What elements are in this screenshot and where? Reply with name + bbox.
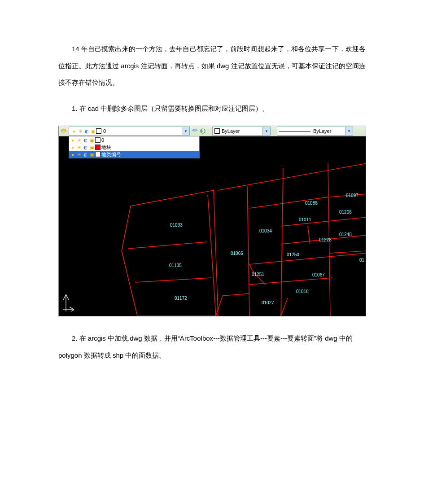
layer-name: 地块: [101, 144, 111, 151]
bulb-icon: ●: [70, 152, 75, 157]
svg-marker-2: [192, 129, 197, 131]
parcel-label: 01066: [231, 251, 243, 256]
layer-color-swatch: [95, 145, 101, 150]
step-2: 2. 在 arcgis 中加载.dwg 数据，并用“ArcToolbox---数…: [58, 330, 366, 364]
parcel-label: 01033: [170, 223, 183, 228]
layer-dropdown-panel[interactable]: ● ☀ ◐ ▣ 0 ● ☀ ◐ ▣ 地块 ● ☀: [69, 136, 200, 158]
globe-icon: ◐: [83, 128, 90, 134]
dropdown-arrow-icon[interactable]: ▼: [182, 127, 189, 135]
bulb-icon: ●: [70, 137, 75, 143]
dropdown-arrow-icon[interactable]: ▼: [345, 127, 353, 135]
layer-color-swatch: [95, 137, 101, 143]
lock-icon: ▣: [90, 128, 96, 134]
parcel-label: 01206: [339, 210, 352, 215]
ucs-icon: [61, 290, 75, 313]
cad-canvas[interactable]: 01097 01088 01206 01011 01033 01034 0124…: [59, 136, 366, 316]
lock-icon: ▣: [89, 145, 94, 150]
intro-paragraph: 14 年自己摸索出来的一个方法，去年自己都忘记了，前段时间想起来了，和各位共享一…: [58, 40, 366, 91]
layer-previous-icon[interactable]: [200, 128, 206, 134]
cad-toolbar: ● ☀ ◐ ▣ 0 ▼ ByLayer ▼: [59, 126, 366, 136]
sun-icon: ☀: [76, 137, 82, 143]
globe-icon: ◐: [83, 152, 88, 157]
layer-row-2[interactable]: ● ☀ ◐ ▣ 地类编号: [69, 151, 199, 158]
parcel-label: 01135: [169, 263, 182, 268]
parcel-label: 01097: [346, 193, 358, 198]
parcel-lines: [59, 136, 366, 316]
color-label: ByLayer: [222, 128, 240, 134]
parcel-label: 01250: [287, 252, 299, 257]
parcel-label: 01067: [312, 272, 325, 277]
layer-row-1[interactable]: ● ☀ ◐ ▣ 地块: [69, 144, 199, 151]
color-selector[interactable]: ByLayer ▼: [212, 127, 271, 136]
parcel-label: 01251: [252, 272, 264, 277]
linetype-selector[interactable]: ByLayer ▼: [277, 127, 353, 136]
parcel-label: 01018: [296, 289, 309, 294]
parcel-label: 01248: [339, 232, 352, 237]
bulb-icon: ●: [71, 128, 77, 134]
bulb-icon: ●: [70, 145, 75, 150]
globe-icon: ◐: [83, 145, 88, 150]
color-swatch: [214, 128, 220, 134]
lock-icon: ▣: [89, 137, 94, 143]
globe-icon: ◐: [83, 137, 88, 143]
parcel-label: 01: [359, 258, 364, 263]
layer-selector[interactable]: ● ☀ ◐ ▣ 0 ▼: [69, 127, 190, 136]
linetype-preview: [279, 131, 310, 131]
parcel-label: 01172: [175, 296, 187, 301]
parcel-label: 01034: [259, 228, 272, 233]
layer-manager-icon[interactable]: [61, 128, 67, 134]
dropdown-arrow-icon[interactable]: ▼: [262, 127, 270, 135]
layer-color-swatch: [96, 128, 101, 134]
parcel-label: 01027: [262, 300, 274, 305]
current-layer-name: 0: [103, 128, 106, 134]
cad-screenshot: ● ☀ ◐ ▣ 0 ▼ ByLayer ▼: [58, 126, 366, 316]
step-1: 1. 在 cad 中删除多余图层（只留需要转换图层和对应注记图层）。: [58, 100, 366, 117]
parcel-label: 01088: [305, 201, 318, 206]
document-page: 14 年自己摸索出来的一个方法，去年自己都忘记了，前段时间想起来了，和各位共享一…: [0, 0, 424, 399]
layer-color-swatch: [95, 152, 101, 157]
layer-name: 地类编号: [101, 151, 121, 158]
sun-icon: ☀: [77, 128, 83, 134]
sun-icon: ☀: [76, 152, 82, 157]
lock-icon: ▣: [89, 152, 94, 157]
layer-name: 0: [101, 137, 104, 143]
parcel-label: 01228: [319, 237, 332, 242]
layer-row-0[interactable]: ● ☀ ◐ ▣ 0: [69, 136, 199, 144]
layer-states-icon[interactable]: [192, 128, 198, 134]
parcel-label: 01011: [299, 217, 311, 222]
linetype-label: ByLayer: [313, 128, 331, 134]
sun-icon: ☀: [76, 145, 82, 150]
